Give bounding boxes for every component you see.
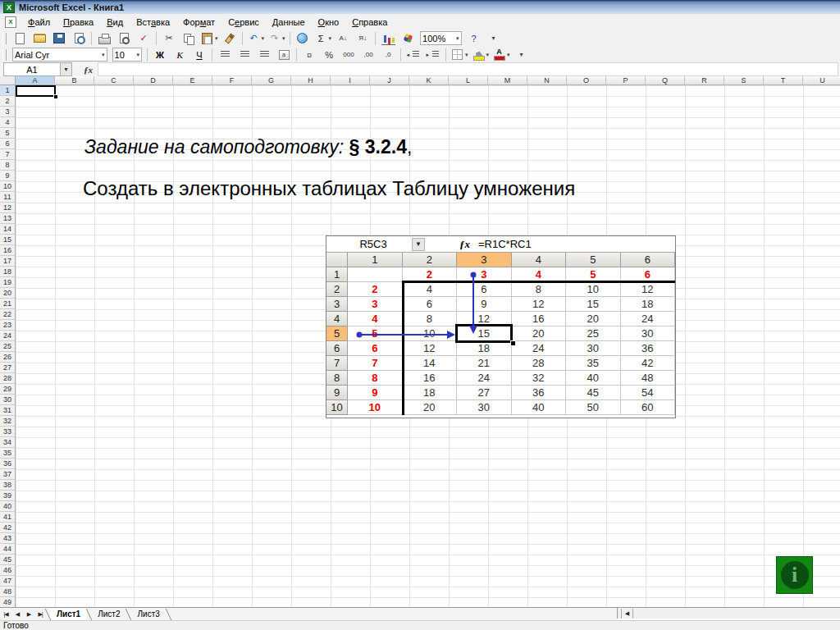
column-header-B[interactable]: B bbox=[55, 76, 94, 85]
menu-format[interactable]: Формат bbox=[176, 16, 221, 29]
open-button[interactable] bbox=[30, 30, 49, 47]
new-document-button[interactable] bbox=[10, 30, 30, 47]
print-preview-button[interactable] bbox=[114, 30, 134, 47]
row-header-43[interactable]: 43 bbox=[0, 533, 16, 544]
row-header-15[interactable]: 15 bbox=[0, 235, 16, 245]
fill-color-button[interactable]: ▾ bbox=[470, 47, 491, 63]
row-header-19[interactable]: 19 bbox=[0, 277, 16, 288]
chevron-down-icon[interactable]: ▾ bbox=[282, 35, 285, 42]
drawing-button[interactable] bbox=[398, 30, 418, 47]
name-box-dropdown[interactable]: ▼ bbox=[61, 62, 72, 76]
row-header-41[interactable]: 41 bbox=[0, 512, 16, 523]
row-header-38[interactable]: 38 bbox=[0, 480, 16, 491]
tab-scroll-button-1[interactable]: ◀ bbox=[11, 611, 23, 618]
font-name-combo[interactable]: Arial Cyr▾ bbox=[12, 48, 107, 62]
chevron-down-icon[interactable]: ▾ bbox=[329, 35, 332, 42]
print-button[interactable] bbox=[94, 30, 114, 47]
bold-button[interactable]: Ж bbox=[150, 47, 170, 63]
spelling-button[interactable]: ✓ bbox=[134, 30, 153, 47]
column-header-D[interactable]: D bbox=[134, 76, 173, 85]
sort-ascending-button[interactable]: А↓ bbox=[333, 30, 353, 47]
formula-input[interactable] bbox=[98, 62, 838, 76]
increase-decimal-button[interactable]: ,00 bbox=[358, 47, 378, 63]
horizontal-scrollbar[interactable]: ◀ bbox=[617, 607, 840, 619]
zoom-combo[interactable]: 100%▾ bbox=[420, 31, 462, 45]
tab-scroll-button-3[interactable]: ▶| bbox=[34, 611, 46, 618]
column-header-O[interactable]: O bbox=[567, 76, 606, 85]
menu-window[interactable]: Окно bbox=[312, 16, 346, 29]
undo-button[interactable]: ↶▾ bbox=[245, 30, 267, 47]
row-header-40[interactable]: 40 bbox=[0, 501, 16, 512]
help-button[interactable]: ? bbox=[464, 30, 484, 47]
sheet-tab-sheet3[interactable]: Лист3 bbox=[130, 609, 166, 619]
sheet-tab-sheet2[interactable]: Лист2 bbox=[91, 609, 126, 619]
row-header-3[interactable]: 3 bbox=[0, 107, 16, 117]
italic-button[interactable]: К bbox=[170, 47, 189, 63]
menu-data[interactable]: Данные bbox=[266, 16, 312, 29]
row-header-45[interactable]: 45 bbox=[0, 555, 16, 565]
percent-button[interactable]: % bbox=[319, 47, 339, 63]
menu-view[interactable]: Вид bbox=[100, 16, 130, 29]
cut-button[interactable]: ✂ bbox=[159, 30, 179, 47]
row-header-25[interactable]: 25 bbox=[0, 341, 16, 352]
active-cell-a1[interactable] bbox=[16, 85, 56, 97]
row-header-21[interactable]: 21 bbox=[0, 299, 16, 309]
row-header-47[interactable]: 47 bbox=[0, 576, 16, 587]
menu-insert[interactable]: Вставка bbox=[130, 16, 176, 29]
column-header-N[interactable]: N bbox=[527, 76, 567, 85]
chevron-down-icon[interactable]: ▾ bbox=[465, 52, 468, 58]
row-header-20[interactable]: 20 bbox=[0, 288, 16, 299]
toolbar-grip[interactable] bbox=[2, 33, 7, 44]
row-header-42[interactable]: 42 bbox=[0, 523, 16, 533]
fill-handle[interactable] bbox=[53, 94, 58, 99]
align-center-button[interactable] bbox=[235, 47, 254, 63]
column-header-J[interactable]: J bbox=[370, 76, 409, 85]
select-all-corner[interactable] bbox=[0, 76, 16, 85]
chevron-down-icon[interactable]: ▾ bbox=[456, 35, 459, 42]
column-header-I[interactable]: I bbox=[331, 76, 370, 85]
info-button[interactable]: i bbox=[776, 556, 813, 594]
search-button[interactable] bbox=[69, 30, 89, 47]
row-header-44[interactable]: 44 bbox=[0, 544, 16, 555]
row-header-28[interactable]: 28 bbox=[0, 373, 16, 384]
row-header-49[interactable]: 49 bbox=[0, 597, 16, 607]
column-header-R[interactable]: R bbox=[685, 76, 724, 85]
column-header-T[interactable]: T bbox=[764, 76, 803, 85]
underline-button[interactable]: Ч bbox=[189, 47, 209, 63]
align-right-button[interactable] bbox=[254, 47, 274, 63]
insert-hyperlink-button[interactable] bbox=[293, 30, 313, 47]
row-header-17[interactable]: 17 bbox=[0, 256, 16, 267]
chevron-down-icon[interactable]: ▾ bbox=[262, 35, 265, 42]
column-header-E[interactable]: E bbox=[173, 76, 212, 85]
tab-scroll-button-0[interactable]: |◀ bbox=[0, 611, 11, 618]
row-header-9[interactable]: 9 bbox=[0, 171, 16, 181]
format-painter-button[interactable] bbox=[220, 30, 240, 47]
row-header-1[interactable]: 1 bbox=[0, 85, 16, 96]
decrease-indent-button[interactable] bbox=[404, 47, 423, 63]
toolbar-grip[interactable] bbox=[2, 49, 7, 61]
scroll-left-button[interactable]: ◀ bbox=[621, 609, 633, 619]
column-header-A[interactable]: A bbox=[16, 76, 55, 85]
column-header-L[interactable]: L bbox=[449, 76, 488, 85]
row-header-48[interactable]: 48 bbox=[0, 587, 16, 597]
row-header-13[interactable]: 13 bbox=[0, 213, 16, 224]
formatting-options-button[interactable]: ▾ bbox=[512, 47, 532, 63]
column-header-H[interactable]: H bbox=[291, 76, 331, 85]
row-header-34[interactable]: 34 bbox=[0, 437, 16, 448]
autosum-button[interactable]: Σ▾ bbox=[313, 30, 334, 47]
chevron-down-icon[interactable]: ▾ bbox=[102, 52, 105, 58]
name-box[interactable]: A1 bbox=[3, 62, 61, 76]
row-header-5[interactable]: 5 bbox=[0, 128, 16, 139]
row-header-37[interactable]: 37 bbox=[0, 469, 16, 480]
row-header-23[interactable]: 23 bbox=[0, 320, 16, 331]
copy-button[interactable] bbox=[179, 30, 199, 47]
row-header-8[interactable]: 8 bbox=[0, 160, 16, 171]
font-color-button[interactable]: ▾ bbox=[491, 47, 512, 63]
merge-center-button[interactable] bbox=[274, 47, 294, 63]
row-header-7[interactable]: 7 bbox=[0, 149, 16, 160]
row-header-2[interactable]: 2 bbox=[0, 96, 16, 107]
row-header-30[interactable]: 30 bbox=[0, 395, 16, 405]
save-button[interactable] bbox=[49, 30, 69, 47]
row-header-10[interactable]: 10 bbox=[0, 181, 16, 192]
sheet-tab-sheet1[interactable]: Лист1 bbox=[50, 609, 87, 619]
